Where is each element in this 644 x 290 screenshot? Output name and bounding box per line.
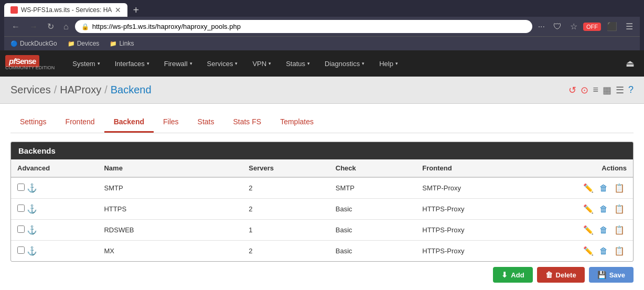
nav-item-firewall[interactable]: Firewall ▾ <box>157 50 200 77</box>
tab-backend[interactable]: Backend <box>104 112 154 133</box>
save-button[interactable]: 💾 Save <box>589 267 634 283</box>
breadcrumb-services[interactable]: Services <box>10 84 51 96</box>
edit-button-1[interactable]: ✏️ <box>581 203 596 215</box>
edit-button-0[interactable]: ✏️ <box>581 182 596 194</box>
anchor-icon-1[interactable]: ⚓ <box>27 205 37 213</box>
nav-item-diagnostics[interactable]: Diagnostics ▾ <box>317 50 372 77</box>
logout-button[interactable]: ⏏ <box>621 56 639 71</box>
tab-bar: WS-PFS1a.ws.its - Services: HA ✕ + <box>4 3 640 17</box>
delete-row-button-3[interactable]: 🗑 <box>597 245 610 257</box>
reload-button[interactable]: ↻ <box>44 20 57 33</box>
backends-table-section: Backends Advanced Name Servers Check Fro… <box>10 142 634 262</box>
breadcrumb-sep2: / <box>104 84 108 96</box>
cell-actions-1: ✏️ 🗑 📋 <box>546 199 633 220</box>
sync-button[interactable]: ⬛ <box>604 20 620 33</box>
cell-check-3: Basic <box>329 241 416 262</box>
url-input[interactable] <box>92 23 526 30</box>
nav-item-status[interactable]: Status ▾ <box>278 50 317 77</box>
chart-icon[interactable]: ▦ <box>603 84 611 96</box>
cell-servers-0: 2 <box>242 177 329 199</box>
bookmark-label: DuckDuckGo <box>20 40 57 47</box>
cell-servers-2: 1 <box>242 220 329 241</box>
extensions-button[interactable]: OFF <box>583 23 601 31</box>
content: Settings Frontend Backend Files Stats St… <box>0 104 644 290</box>
tab-title: WS-PFS1a.ws.its - Services: HA <box>21 6 112 14</box>
copy-button-1[interactable]: 📋 <box>612 203 627 215</box>
new-tab-button[interactable]: + <box>127 4 144 16</box>
breadcrumb-backend: Backend <box>111 84 152 96</box>
delete-row-button-0[interactable]: 🗑 <box>597 182 610 194</box>
back-button[interactable]: ← <box>8 21 23 33</box>
bookmark-links[interactable]: 📁 Links <box>108 39 136 48</box>
col-header-check: Check <box>329 159 416 177</box>
browser-chrome: WS-PFS1a.ws.its - Services: HA ✕ + ← → ↻… <box>0 0 644 50</box>
caret-icon: ▾ <box>362 61 364 66</box>
bookmark-folder-icon: 📁 <box>68 40 75 47</box>
tab-frontend[interactable]: Frontend <box>56 112 104 133</box>
row-checkbox-2[interactable] <box>17 225 25 233</box>
cell-servers-1: 2 <box>242 199 329 220</box>
breadcrumb-haproxy[interactable]: HAProxy <box>60 84 101 96</box>
bookmark-devices[interactable]: 📁 Devices <box>66 39 102 48</box>
delete-button[interactable]: 🗑 Delete <box>537 267 585 283</box>
caret-icon: ▾ <box>190 61 192 66</box>
copy-button-2[interactable]: 📋 <box>612 224 627 236</box>
bookmark-favicon: 🔵 <box>10 40 18 47</box>
nav-item-system[interactable]: System ▾ <box>65 50 107 77</box>
browser-toolbar: ← → ↻ ⌂ 🔒 ··· 🛡 ☆ OFF ⬛ ☰ <box>4 17 640 36</box>
breadcrumb-bar: Services / HAProxy / Backend ↺ ⊙ ≡ ▦ ☰ ? <box>0 77 644 104</box>
apply-icon[interactable]: ⊙ <box>581 84 588 96</box>
caret-icon: ▾ <box>269 61 271 66</box>
delete-row-button-1[interactable]: 🗑 <box>597 203 610 215</box>
col-header-name: Name <box>98 159 242 177</box>
tab-stats-fs[interactable]: Stats FS <box>223 112 271 133</box>
log-icon[interactable]: ☰ <box>616 84 624 96</box>
forward-button[interactable]: → <box>26 21 41 33</box>
nav-item-vpn[interactable]: VPN ▾ <box>245 50 278 77</box>
delete-row-button-2[interactable]: 🗑 <box>597 224 610 236</box>
cell-frontend-3: HTTPS-Proxy <box>416 241 546 262</box>
edit-button-2[interactable]: ✏️ <box>581 224 596 236</box>
table-row: ⚓ RDSWEB 1 Basic HTTPS-Proxy ✏️ 🗑 📋 <box>11 220 633 241</box>
action-bar: ⬇ Add 🗑 Delete 💾 Save <box>10 262 634 283</box>
cell-actions-3: ✏️ 🗑 📋 <box>546 241 633 262</box>
anchor-icon-0[interactable]: ⚓ <box>27 184 37 192</box>
help-icon[interactable]: ? <box>628 84 634 95</box>
sync-icon[interactable]: ↺ <box>568 84 576 96</box>
edition-label: COMMUNITY EDITION <box>5 66 55 70</box>
add-button[interactable]: ⬇ Add <box>493 267 532 283</box>
table-row: ⚓ MX 2 Basic HTTPS-Proxy ✏️ 🗑 📋 <box>11 241 633 262</box>
col-header-actions: Actions <box>546 159 633 177</box>
menu-button[interactable]: ☰ <box>623 20 636 33</box>
tab-templates[interactable]: Templates <box>271 112 323 133</box>
edit-button-3[interactable]: ✏️ <box>581 245 596 257</box>
anchor-icon-3[interactable]: ⚓ <box>27 246 37 255</box>
home-button[interactable]: ⌂ <box>60 21 72 33</box>
row-checkbox-3[interactable] <box>17 246 25 254</box>
cell-check-2: Basic <box>329 220 416 241</box>
settings-icon[interactable]: ≡ <box>593 84 598 95</box>
pocket-button[interactable]: 🛡 <box>551 21 564 33</box>
tab-close-button[interactable]: ✕ <box>115 6 121 14</box>
row-checkbox-1[interactable] <box>17 205 25 212</box>
bookmark-button[interactable]: ☆ <box>567 20 580 33</box>
cell-name-2: RDSWEB <box>98 220 242 241</box>
anchor-icon-2[interactable]: ⚓ <box>27 225 37 234</box>
tab-files[interactable]: Files <box>154 112 188 133</box>
nav-item-help[interactable]: Help ▾ <box>372 50 405 77</box>
row-checkbox-0[interactable] <box>17 184 25 191</box>
active-browser-tab[interactable]: WS-PFS1a.ws.its - Services: HA ✕ <box>4 3 127 17</box>
cell-frontend-0: SMTP-Proxy <box>416 177 546 199</box>
breadcrumb-sep1: / <box>54 84 57 96</box>
caret-icon: ▾ <box>147 61 149 66</box>
tab-settings[interactable]: Settings <box>10 112 56 133</box>
nav-item-interfaces[interactable]: Interfaces ▾ <box>108 50 157 77</box>
nav-item-services[interactable]: Services ▾ <box>200 50 245 77</box>
copy-button-0[interactable]: 📋 <box>612 182 627 194</box>
bookmark-duckduckgo[interactable]: 🔵 DuckDuckGo <box>8 39 59 48</box>
copy-button-3[interactable]: 📋 <box>612 245 627 257</box>
more-options-button[interactable]: ··· <box>535 21 548 33</box>
tab-stats[interactable]: Stats <box>188 112 224 133</box>
cell-name-3: MX <box>98 241 242 262</box>
cell-actions-0: ✏️ 🗑 📋 <box>546 177 633 199</box>
